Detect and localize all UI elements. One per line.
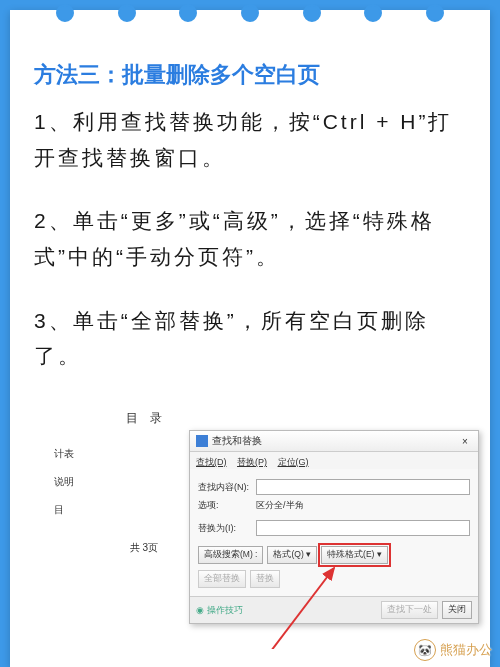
dialog-tabs: 查找(D) 替换(P) 定位(G) — [190, 452, 478, 469]
toc-heading: 目录 — [54, 410, 234, 427]
step-2: 2、单击“更多”或“高级”，选择“特殊格式”中的“手动分页符”。 — [34, 203, 466, 274]
find-replace-dialog: 查找和替换 × 查找(D) 替换(P) 定位(G) 查找内容(N): 选项: 区… — [189, 430, 479, 624]
replace-all-button[interactable]: 全部替换 — [198, 570, 246, 588]
options-value: 区分全/半角 — [256, 499, 304, 512]
toc-item-label: 目 — [54, 503, 64, 517]
options-label: 选项: — [198, 499, 252, 512]
replace-label: 替换为(I): — [198, 522, 252, 535]
close-icon[interactable]: × — [458, 436, 472, 447]
toc-item-label: 说明 — [54, 475, 74, 489]
find-next-button[interactable]: 查找下一处 — [381, 601, 438, 619]
tab-replace[interactable]: 替换(P) — [237, 457, 267, 467]
spiral-binding — [10, 4, 490, 22]
advanced-search-button[interactable]: 高级搜索(M) : — [198, 546, 263, 564]
replace-one-button[interactable]: 替换 — [250, 570, 280, 588]
dialog-button-row: 高级搜索(M) : 格式(Q) ▾ 特殊格式(E) ▾ — [198, 546, 470, 564]
watermark-text: 熊猫办公 — [440, 641, 492, 659]
find-input[interactable] — [256, 479, 470, 495]
embedded-screenshot: 目录 计表 1 页 说明 1 页 目 1 页 共 3页 查找和替换 × 查找(D… — [34, 402, 466, 662]
format-button[interactable]: 格式(Q) ▾ — [267, 546, 317, 564]
dialog-footer: ◉ 操作技巧 查找下一处 关闭 — [190, 596, 478, 623]
tab-goto[interactable]: 定位(G) — [278, 457, 309, 467]
replace-input[interactable] — [256, 520, 470, 536]
toc-item-label: 计表 — [54, 447, 74, 461]
watermark: 🐼 熊猫办公 — [414, 639, 492, 661]
special-format-button[interactable]: 特殊格式(E) ▾ — [321, 546, 388, 564]
close-button[interactable]: 关闭 — [442, 601, 472, 619]
dialog-titlebar: 查找和替换 × — [190, 431, 478, 452]
watermark-icon: 🐼 — [414, 639, 436, 661]
dialog-icon — [196, 435, 208, 447]
section-title: 方法三：批量删除多个空白页 — [34, 60, 466, 90]
find-label: 查找内容(N): — [198, 481, 252, 494]
note-paper: 方法三：批量删除多个空白页 1、利用查找替换功能，按“Ctrl + H”打开查找… — [10, 10, 490, 667]
dialog-tip: ◉ 操作技巧 — [196, 604, 243, 617]
dialog-body: 查找内容(N): 选项: 区分全/半角 替换为(I): 高级搜索(M) : 格式… — [190, 469, 478, 596]
dialog-title-text: 查找和替换 — [212, 435, 262, 446]
step-1: 1、利用查找替换功能，按“Ctrl + H”打开查找替换窗口。 — [34, 104, 466, 175]
tab-find[interactable]: 查找(D) — [196, 457, 227, 467]
step-3: 3、单击“全部替换”，所有空白页删除了。 — [34, 303, 466, 374]
